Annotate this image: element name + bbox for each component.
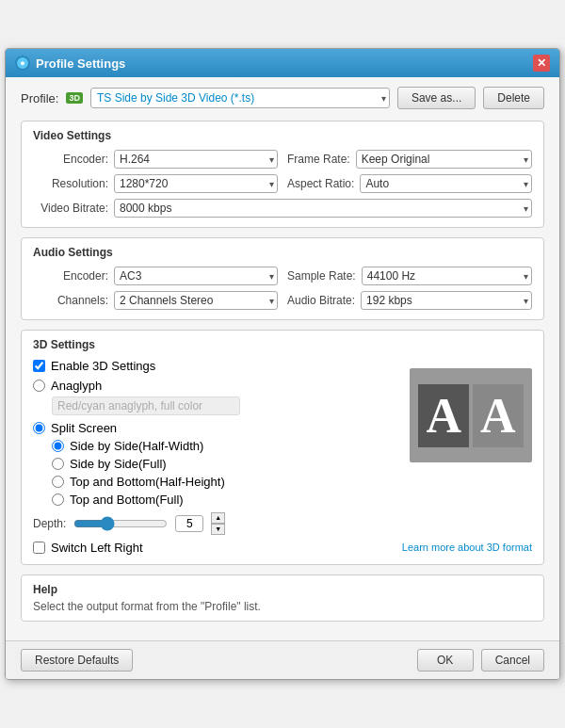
- depth-spinner: ▲ ▼: [211, 512, 225, 535]
- preview-aa: A A: [418, 384, 523, 447]
- audio-settings-section: Audio Settings Encoder: AC3 AAC MP3 Sa: [21, 237, 544, 320]
- switch-left-right-row: Switch Left Right: [33, 541, 143, 555]
- audio-encoder-select[interactable]: AC3 AAC MP3: [114, 267, 278, 285]
- enable-3d-label[interactable]: Enable 3D Settings: [51, 359, 155, 373]
- depth-up-button[interactable]: ▲: [211, 512, 225, 524]
- footer-right: OK Cancel: [417, 649, 544, 671]
- help-section: Help Select the output format from the "…: [21, 574, 544, 622]
- sample-rate-select-wrap: 44100 Hz 48000 Hz: [362, 267, 532, 285]
- save-as-button[interactable]: Save as...: [397, 87, 476, 109]
- preview-a-left: A: [418, 384, 469, 447]
- audio-encoder-label: Encoder:: [33, 269, 108, 283]
- top-bottom-full-label: Top and Bottom(Full): [70, 493, 184, 507]
- anaglyph-label[interactable]: Anaglyph: [51, 379, 102, 393]
- audio-bitrate-select-wrap: 192 kbps 128 kbps 256 kbps: [361, 291, 532, 310]
- depth-down-button[interactable]: ▼: [211, 524, 225, 535]
- bitrate-label: Video Bitrate:: [33, 202, 108, 215]
- channels-row: Channels: 2 Channels Stereo Mono: [33, 291, 278, 310]
- side-by-side-full-radio[interactable]: [52, 458, 64, 470]
- split-screen-radio[interactable]: [33, 422, 45, 434]
- profile-settings-dialog: ● Profile Settings ✕ Profile: 3D TS Side…: [5, 48, 560, 680]
- encoder-label: Encoder:: [33, 153, 108, 166]
- footer: Restore Defaults OK Cancel: [6, 640, 559, 679]
- audio-bitrate-select[interactable]: 192 kbps 128 kbps 256 kbps: [361, 291, 532, 310]
- close-button[interactable]: ✕: [533, 55, 550, 72]
- aspect-row: Aspect Ratio: Auto 16:9 4:3: [287, 174, 532, 193]
- resolution-row: Resolution: 1280*720 1920*1080 854*480: [33, 174, 278, 193]
- title-bar: ● Profile Settings ✕: [6, 49, 559, 77]
- bitrate-select-wrap: 8000 kbps 4000 kbps 2000 kbps: [114, 199, 532, 218]
- top-bottom-full-row: Top and Bottom(Full): [52, 493, 532, 507]
- profile-row: Profile: 3D TS Side by Side 3D Video (*.…: [21, 87, 544, 109]
- channels-select-wrap: 2 Channels Stereo Mono: [114, 291, 278, 310]
- video-settings-section: Video Settings Encoder: H.264 H.265 MPEG…: [21, 121, 544, 228]
- audio-encoder-select-wrap: AC3 AAC MP3: [114, 267, 278, 285]
- sample-rate-label: Sample Rate:: [287, 269, 356, 283]
- anaglyph-type-select: Red/cyan anaglyph, full color: [52, 396, 240, 415]
- framerate-label: Frame Rate:: [287, 153, 350, 166]
- video-settings-grid: Encoder: H.264 H.265 MPEG-4 Frame Rate:: [33, 150, 532, 193]
- depth-label: Depth:: [33, 517, 66, 530]
- profile-select-wrap: TS Side by Side 3D Video (*.ts) ▾: [90, 88, 390, 108]
- depth-slider[interactable]: [73, 516, 168, 531]
- split-screen-label[interactable]: Split Screen: [51, 421, 117, 435]
- bitrate-row: Video Bitrate: 8000 kbps 4000 kbps 2000 …: [33, 199, 532, 218]
- resolution-select-wrap: 1280*720 1920*1080 854*480: [114, 174, 278, 193]
- help-text: Select the output format from the "Profi…: [33, 600, 532, 613]
- switch-left-right-checkbox[interactable]: [33, 542, 45, 554]
- framerate-row: Frame Rate: Keep Original 24 30: [287, 150, 532, 169]
- cancel-button[interactable]: Cancel: [481, 649, 544, 671]
- channels-select[interactable]: 2 Channels Stereo Mono: [114, 291, 278, 310]
- top-bottom-half-radio[interactable]: [52, 476, 64, 488]
- sample-rate-row: Sample Rate: 44100 Hz 48000 Hz: [287, 267, 532, 285]
- top-bottom-half-label: Top and Bottom(Half-Height): [70, 475, 225, 489]
- encoder-select-wrap: H.264 H.265 MPEG-4: [114, 150, 278, 169]
- app-icon: ●: [15, 56, 30, 71]
- side-by-side-half-radio[interactable]: [52, 440, 64, 452]
- ok-button[interactable]: OK: [417, 649, 474, 671]
- dialog-title: Profile Settings: [36, 57, 125, 71]
- switch-row: Switch Left Right Learn more about 3D fo…: [33, 541, 532, 555]
- resolution-label: Resolution:: [33, 177, 108, 190]
- top-bottom-half-row: Top and Bottom(Half-Height): [52, 475, 532, 489]
- title-bar-left: ● Profile Settings: [15, 56, 125, 71]
- learn-more-link[interactable]: Learn more about 3D format: [402, 542, 532, 553]
- framerate-select-wrap: Keep Original 24 30: [356, 150, 532, 169]
- sample-rate-select[interactable]: 44100 Hz 48000 Hz: [362, 267, 532, 285]
- 3d-settings-section: 3D Settings A A Enable 3D Settings Anagl…: [21, 330, 544, 565]
- anaglyph-radio[interactable]: [33, 380, 45, 392]
- preview-a-right: A: [473, 384, 524, 447]
- audio-bitrate-label: Audio Bitrate:: [287, 294, 355, 307]
- help-title: Help: [33, 583, 532, 596]
- 3d-preview-box: A A: [410, 368, 532, 462]
- bitrate-select[interactable]: 8000 kbps 4000 kbps 2000 kbps: [114, 199, 532, 218]
- profile-select[interactable]: TS Side by Side 3D Video (*.ts): [90, 88, 390, 108]
- side-by-side-half-label: Side by Side(Half-Width): [70, 439, 203, 453]
- profile-label: Profile:: [21, 91, 58, 105]
- encoder-select[interactable]: H.264 H.265 MPEG-4: [114, 150, 278, 169]
- audio-encoder-row: Encoder: AC3 AAC MP3: [33, 267, 278, 285]
- enable-3d-checkbox[interactable]: [33, 360, 45, 372]
- aspect-label: Aspect Ratio:: [287, 177, 354, 190]
- dialog-content: Profile: 3D TS Side by Side 3D Video (*.…: [6, 77, 559, 640]
- aspect-select[interactable]: Auto 16:9 4:3: [360, 174, 532, 193]
- delete-button[interactable]: Delete: [483, 87, 544, 109]
- depth-input[interactable]: [175, 515, 203, 532]
- channels-label: Channels:: [33, 294, 108, 307]
- aspect-select-wrap: Auto 16:9 4:3: [360, 174, 532, 193]
- audio-settings-grid: Encoder: AC3 AAC MP3 Sample Rate: 4: [33, 267, 532, 310]
- top-bottom-full-radio[interactable]: [52, 493, 64, 506]
- restore-defaults-button[interactable]: Restore Defaults: [21, 649, 133, 671]
- side-by-side-full-label: Side by Side(Full): [70, 457, 167, 471]
- profile-icon: 3D: [66, 92, 83, 104]
- framerate-select[interactable]: Keep Original 24 30: [356, 150, 532, 169]
- depth-row: Depth: ▲ ▼: [33, 512, 532, 535]
- resolution-select[interactable]: 1280*720 1920*1080 854*480: [114, 174, 278, 193]
- switch-left-right-label[interactable]: Switch Left Right: [51, 541, 143, 555]
- video-settings-title: Video Settings: [33, 129, 532, 142]
- audio-bitrate-row: Audio Bitrate: 192 kbps 128 kbps 256 kbp…: [287, 291, 532, 310]
- encoder-row: Encoder: H.264 H.265 MPEG-4: [33, 150, 278, 169]
- audio-settings-title: Audio Settings: [33, 246, 532, 259]
- 3d-settings-title: 3D Settings: [33, 338, 532, 351]
